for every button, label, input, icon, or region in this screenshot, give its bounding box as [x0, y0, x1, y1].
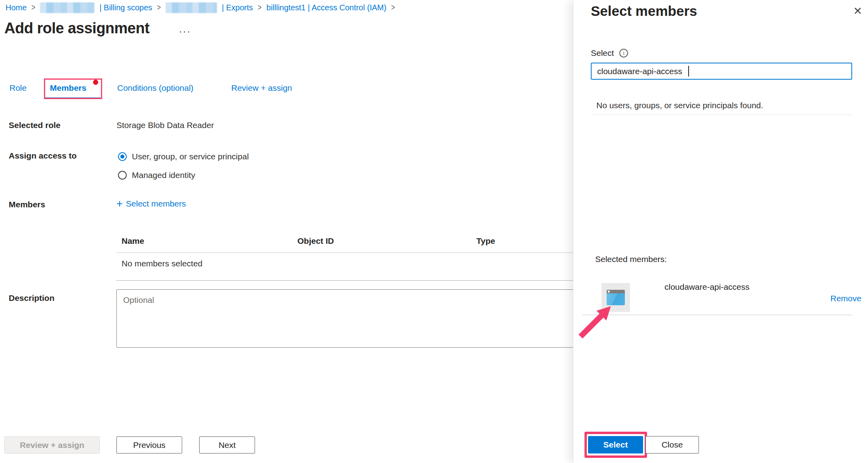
- radio-user-group-label[interactable]: User, group, or service principal: [132, 152, 249, 161]
- member-name: cloudaware-api-access: [664, 282, 750, 292]
- remove-member-link[interactable]: Remove: [830, 294, 861, 303]
- selected-role-label: Selected role: [9, 121, 61, 130]
- text-cursor: [688, 66, 689, 77]
- more-options-icon[interactable]: ...: [179, 23, 191, 35]
- selected-members-label: Selected members:: [595, 254, 667, 264]
- table-header-type: Type: [476, 236, 495, 246]
- tab-role[interactable]: Role: [10, 83, 27, 93]
- tab-bar: Role Members Conditions (optional) Revie…: [0, 78, 573, 100]
- member-row-divider: [582, 315, 852, 315]
- description-label: Description: [9, 293, 55, 303]
- chevron-right-icon: >: [157, 3, 161, 13]
- annotation-red-dot: [93, 80, 98, 85]
- chevron-right-icon: >: [391, 3, 395, 13]
- radio-managed-identity-label[interactable]: Managed identity: [132, 170, 195, 180]
- azure-portal-page: Home > | Billing scopes > | Exports > bi…: [0, 0, 868, 463]
- results-divider: [591, 115, 852, 115]
- select-field-label: Select: [591, 48, 614, 58]
- breadcrumb-exports[interactable]: | Exports: [222, 3, 253, 12]
- breadcrumb: Home > | Billing scopes > | Exports > bi…: [6, 2, 395, 13]
- table-empty-message: No members selected: [122, 259, 202, 268]
- radio-managed-identity[interactable]: [118, 171, 127, 180]
- page-title: Add role assignment: [4, 20, 149, 37]
- annotation-arrow-icon: [578, 304, 613, 340]
- select-label-row: Select i: [591, 48, 628, 58]
- select-members-panel: Select members ✕ Select i No users, grou…: [573, 0, 868, 463]
- breadcrumb-access-control-iam[interactable]: billlingtest1 | Access Control (IAM): [266, 3, 386, 12]
- table-header-name: Name: [122, 236, 144, 246]
- select-members-link-label: Select members: [126, 199, 186, 209]
- panel-select-button[interactable]: Select: [588, 436, 643, 453]
- radio-row-managed-identity: Managed identity: [118, 170, 195, 180]
- no-results-message: No users, groups, or service principals …: [596, 101, 763, 110]
- redacted-text: [40, 2, 95, 13]
- info-icon[interactable]: i: [619, 49, 628, 57]
- breadcrumb-billing-scopes[interactable]: | Billing scopes: [99, 3, 152, 12]
- radio-user-group-selected[interactable]: [118, 152, 127, 161]
- description-textarea[interactable]: [116, 289, 590, 348]
- chevron-right-icon: >: [31, 3, 35, 13]
- next-button[interactable]: Next: [199, 436, 255, 453]
- close-icon[interactable]: ✕: [851, 4, 865, 18]
- select-members-link[interactable]: + Select members: [116, 199, 186, 209]
- table-header-object-id: Object ID: [297, 236, 334, 246]
- selected-member-row: cloudaware-api-access Remove: [602, 283, 855, 312]
- table-row-divider: [116, 280, 573, 281]
- tab-conditions[interactable]: Conditions (optional): [117, 83, 194, 93]
- redacted-text: [166, 2, 217, 13]
- member-search-input[interactable]: [591, 63, 852, 80]
- table-header-divider: [116, 253, 573, 253]
- chevron-right-icon: >: [258, 3, 262, 13]
- tab-review-assign[interactable]: Review + assign: [231, 83, 292, 93]
- previous-button[interactable]: Previous: [116, 436, 182, 453]
- review-assign-button[interactable]: Review + assign: [4, 436, 100, 453]
- panel-close-button[interactable]: Close: [645, 436, 699, 453]
- assign-access-label: Assign access to: [9, 151, 77, 161]
- selected-role-value: Storage Blob Data Reader: [116, 121, 214, 130]
- breadcrumb-home[interactable]: Home: [6, 3, 27, 12]
- plus-icon: +: [116, 200, 123, 208]
- radio-row-user-group: User, group, or service principal: [118, 152, 249, 161]
- panel-title: Select members: [591, 3, 697, 19]
- members-label: Members: [9, 200, 45, 209]
